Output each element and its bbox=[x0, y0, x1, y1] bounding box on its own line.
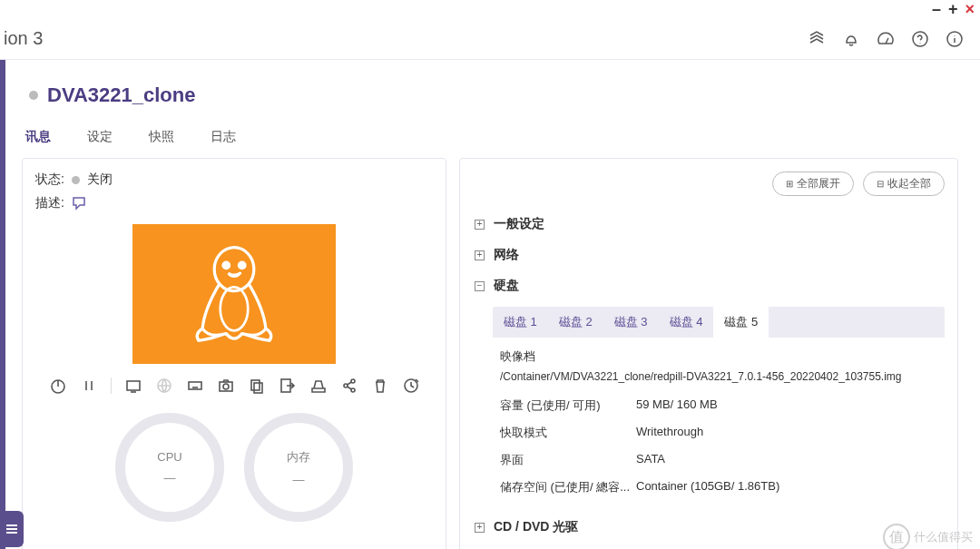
divider bbox=[111, 377, 112, 394]
status-dot-icon bbox=[29, 91, 38, 100]
status-indicator-icon bbox=[72, 176, 80, 184]
memory-gauge-label: 内存 bbox=[287, 449, 310, 466]
expand-icon: + bbox=[475, 220, 485, 230]
svg-point-2 bbox=[214, 248, 254, 291]
maximize-button[interactable]: + bbox=[948, 1, 958, 17]
disk-tab-5[interactable]: 磁盘 5 bbox=[713, 307, 769, 338]
section-disk-label: 硬盘 bbox=[494, 278, 519, 294]
tux-icon bbox=[184, 240, 284, 348]
svg-rect-12 bbox=[251, 380, 260, 390]
app-title: ion 3 bbox=[0, 28, 43, 49]
details-panel: ⊞全部展开 ⊟收起全部 + 一般设定 + 网络 − 硬盘 磁盘 1 磁盘 2 磁… bbox=[459, 158, 958, 549]
info-icon[interactable] bbox=[946, 30, 964, 48]
pause-button[interactable] bbox=[80, 377, 98, 395]
export-button[interactable] bbox=[279, 377, 297, 395]
close-button[interactable]: × bbox=[965, 1, 975, 17]
section-cddvd-label: CD / DVD 光驱 bbox=[494, 519, 578, 535]
cpu-gauge: CPU — bbox=[115, 413, 224, 522]
dashboard-icon[interactable] bbox=[877, 30, 895, 48]
main-tabs: 讯息 设定 快照 日志 bbox=[22, 122, 958, 152]
storage-label: 储存空间 (已使用/ 總容... bbox=[500, 479, 636, 495]
section-cddvd[interactable]: + CD / DVD 光驱 bbox=[473, 512, 945, 543]
svg-point-3 bbox=[223, 262, 230, 269]
image-label: 映像档 bbox=[500, 348, 937, 365]
tab-snapshot[interactable]: 快照 bbox=[149, 122, 174, 152]
svg-rect-7 bbox=[127, 381, 140, 390]
image-path: /Container/VM/DVA3221_clone/redpill-DVA3… bbox=[500, 370, 937, 383]
sidebar-edge bbox=[0, 60, 5, 549]
svg-rect-13 bbox=[254, 383, 262, 393]
stack-icon[interactable] bbox=[808, 30, 826, 48]
svg-point-4 bbox=[239, 262, 245, 269]
description-label: 描述: bbox=[35, 195, 64, 211]
comment-icon[interactable] bbox=[72, 196, 86, 211]
section-network-label: 网络 bbox=[494, 247, 519, 263]
window-controls: – + × bbox=[0, 0, 980, 18]
memory-gauge-value: — bbox=[293, 473, 305, 486]
svg-point-0 bbox=[913, 32, 927, 46]
expand-icon: + bbox=[475, 250, 485, 260]
overview-panel: 状态: 关闭 描述: bbox=[22, 158, 446, 549]
expand-all-label: 全部展开 bbox=[797, 176, 840, 191]
minimize-button[interactable]: – bbox=[932, 1, 941, 17]
expand-icon: + bbox=[475, 523, 485, 533]
vm-title-row: DVA3221_clone bbox=[29, 83, 958, 107]
help-icon[interactable] bbox=[911, 30, 929, 48]
sidebar-toggle[interactable] bbox=[0, 511, 24, 547]
disk-tabs: 磁盘 1 磁盘 2 磁盘 3 磁盘 4 磁盘 5 bbox=[493, 307, 945, 338]
disk-button[interactable] bbox=[309, 377, 328, 395]
memory-gauge: 内存 — bbox=[244, 413, 353, 522]
schedule-button[interactable] bbox=[402, 377, 420, 395]
collapse-all-button[interactable]: ⊟收起全部 bbox=[863, 172, 945, 196]
snapshot-button[interactable] bbox=[217, 377, 235, 395]
header-bar: ion 3 bbox=[0, 18, 980, 60]
delete-button[interactable] bbox=[371, 377, 389, 395]
console-button[interactable] bbox=[124, 377, 142, 395]
section-disk[interactable]: − 硬盘 bbox=[473, 270, 945, 301]
action-toolbar bbox=[35, 377, 433, 395]
collapse-all-label: 收起全部 bbox=[887, 176, 931, 191]
storage-value: Container (105GB/ 1.86TB) bbox=[636, 479, 937, 495]
cache-value: Writethrough bbox=[636, 425, 937, 441]
vm-thumbnail[interactable] bbox=[132, 224, 336, 364]
tab-log[interactable]: 日志 bbox=[211, 122, 236, 152]
share-button[interactable] bbox=[340, 377, 358, 395]
capacity-label: 容量 (已使用/ 可用) bbox=[500, 397, 636, 414]
cpu-gauge-value: — bbox=[164, 471, 176, 485]
disk-tab-1[interactable]: 磁盘 1 bbox=[493, 307, 548, 338]
cpu-gauge-label: CPU bbox=[157, 450, 181, 464]
collapse-icon: − bbox=[475, 281, 485, 291]
section-network[interactable]: + 网络 bbox=[473, 240, 945, 270]
disk-details: 映像档 /Container/VM/DVA3221_clone/redpill-… bbox=[493, 338, 945, 505]
tab-info[interactable]: 讯息 bbox=[25, 122, 51, 152]
power-button[interactable] bbox=[49, 377, 67, 395]
interface-value: SATA bbox=[636, 452, 937, 468]
capacity-value: 59 MB/ 160 MB bbox=[636, 397, 937, 414]
keyboard-button[interactable] bbox=[186, 377, 204, 395]
disk-tab-4[interactable]: 磁盘 4 bbox=[659, 307, 714, 338]
expand-controls: ⊞全部展开 ⊟收起全部 bbox=[473, 172, 945, 196]
vm-name: DVA3221_clone bbox=[47, 83, 195, 107]
disk-tab-2[interactable]: 磁盘 2 bbox=[548, 307, 603, 338]
web-button[interactable] bbox=[155, 377, 173, 395]
svg-point-5 bbox=[220, 287, 249, 330]
section-general[interactable]: + 一般设定 bbox=[473, 209, 945, 240]
bell-icon[interactable] bbox=[842, 30, 860, 48]
tab-settings[interactable]: 设定 bbox=[87, 122, 113, 152]
interface-label: 界面 bbox=[500, 452, 636, 468]
gauges: CPU — 内存 — bbox=[35, 413, 433, 522]
section-general-label: 一般设定 bbox=[494, 216, 544, 232]
status-row: 状态: 关闭 bbox=[35, 172, 433, 188]
description-row: 描述: bbox=[35, 195, 433, 211]
header-icons bbox=[808, 30, 964, 48]
cache-label: 快取模式 bbox=[500, 425, 636, 441]
expand-all-button[interactable]: ⊞全部展开 bbox=[772, 172, 854, 196]
clone-button[interactable] bbox=[248, 377, 266, 395]
status-value: 关闭 bbox=[87, 172, 113, 188]
disk-tab-3[interactable]: 磁盘 3 bbox=[603, 307, 659, 338]
svg-point-11 bbox=[223, 384, 229, 389]
status-label: 状态: bbox=[35, 172, 64, 188]
